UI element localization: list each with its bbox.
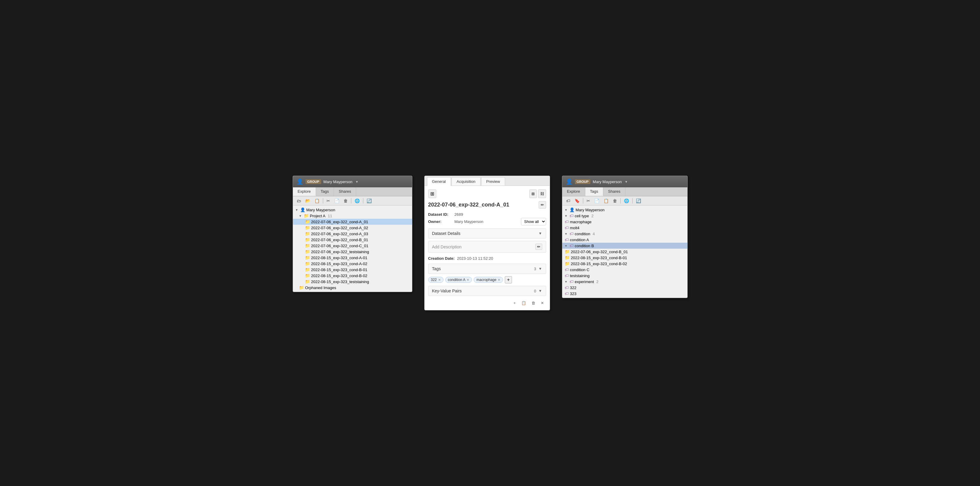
tree-dataset-10[interactable]: 📁 2022-08-15_exp-323_teststaining bbox=[293, 279, 412, 285]
tag-chip-1[interactable]: condition A ✕ bbox=[445, 277, 472, 283]
tree-dataset-3[interactable]: 📁 2022-07-06_exp-322_cond-B_01 bbox=[293, 237, 412, 243]
right-cut-btn[interactable]: ✂ bbox=[585, 198, 592, 204]
right-tag-condition-c[interactable]: 🏷 condition C bbox=[562, 267, 687, 272]
dataset-icon-btn[interactable]: ⊞ bbox=[428, 190, 436, 198]
tree-dataset-8[interactable]: 📁 2022-08-15_exp-323_cond-B-01 bbox=[293, 267, 412, 272]
right-ds-cond-b-1[interactable]: 📁 2022-07-06_exp-322_cond-B_01 bbox=[562, 249, 687, 255]
kv-copy-btn[interactable]: 📋 bbox=[519, 300, 528, 306]
right-ds-cond-b-2[interactable]: 📁 2022-08-15_exp-323_cond-B-01 bbox=[562, 255, 687, 261]
copy-btn[interactable]: 📄 bbox=[333, 198, 341, 204]
link-btn[interactable]: 🌐 bbox=[353, 198, 361, 204]
tab-tags-left[interactable]: Tags bbox=[316, 187, 334, 196]
right-paste-btn[interactable]: 📋 bbox=[602, 198, 610, 204]
tag-remove-1[interactable]: ✕ bbox=[466, 278, 469, 282]
right-copy-btn[interactable]: 📄 bbox=[593, 198, 601, 204]
right-toggle-experiment[interactable]: ▼ bbox=[565, 280, 568, 284]
right-delete-btn[interactable]: 🗑 bbox=[611, 198, 619, 204]
right-tag-condition-b[interactable]: ▼ 🏷 condition B bbox=[562, 243, 687, 249]
edit-title-btn[interactable]: ✏ bbox=[539, 201, 546, 209]
right-toggle-cell-type[interactable]: ▼ bbox=[565, 214, 568, 218]
right-tree-root[interactable]: ▼ 👤 Mary Mayperson bbox=[562, 207, 687, 213]
tree-dataset-label-9: 2022-08-15_exp-323_cond-B-02 bbox=[311, 274, 368, 278]
refresh-btn[interactable]: 🔄 bbox=[365, 198, 373, 204]
tree-dataset-1[interactable]: 📁 2022-07-06_exp-322_cond-A_02 bbox=[293, 225, 412, 231]
owner-label: Owner: bbox=[428, 219, 452, 224]
show-all-select[interactable]: Show all bbox=[521, 218, 546, 225]
dataset-id-value: 2689 bbox=[455, 212, 463, 217]
tag-chip-2[interactable]: macrophage ✕ bbox=[474, 277, 503, 283]
right-link-btn[interactable]: 🌐 bbox=[622, 198, 630, 204]
tab-general[interactable]: General bbox=[427, 177, 451, 186]
tag-remove-0[interactable]: ✕ bbox=[438, 278, 441, 282]
tags-section-right: 3 ▼ bbox=[534, 267, 542, 271]
orphaned-folder-icon: 📁 bbox=[299, 285, 304, 290]
tree-dataset-0[interactable]: 📁 2022-07-06_exp-322_cond-A_01 bbox=[293, 219, 412, 225]
tree-project[interactable]: ▼ 📁 Project A 11 bbox=[293, 213, 412, 219]
right-tag-323[interactable]: 🏷 323 bbox=[562, 291, 687, 296]
tree-dataset-4[interactable]: 📁 2022-07-06_exp-322_cond-C_01 bbox=[293, 243, 412, 249]
tab-preview[interactable]: Preview bbox=[481, 177, 505, 186]
tree-dataset-9[interactable]: 📁 2022-08-15_exp-323_cond-B-02 bbox=[293, 272, 412, 279]
tree-orphaned[interactable]: 📁 Orphaned Images bbox=[293, 285, 412, 291]
kv-delete-btn[interactable]: 🗑 bbox=[529, 300, 538, 306]
right-tag-322[interactable]: 🏷 322 bbox=[562, 285, 687, 291]
tree-root-user[interactable]: ▼ 👤 Mary Mayperson bbox=[293, 207, 412, 213]
right-condition-count: 4 bbox=[593, 232, 595, 236]
right-experiment-count: 2 bbox=[597, 279, 598, 284]
right-tree-toggle-root[interactable]: ▼ bbox=[565, 208, 568, 212]
tree-dataset-7[interactable]: 📁 2022-08-15_exp-323_cond-A-02 bbox=[293, 261, 412, 267]
right-category-condition[interactable]: ▼ 🏷 condition 4 bbox=[562, 231, 687, 237]
tree-toggle-root[interactable]: ▼ bbox=[295, 208, 299, 212]
cut-btn[interactable]: ✂ bbox=[325, 198, 332, 204]
tab-shares-right[interactable]: Shares bbox=[603, 187, 625, 196]
kv-section[interactable]: Key-Value Pairs 0 ▼ bbox=[428, 286, 546, 296]
dataset-folder-icon-2: 📁 bbox=[305, 231, 310, 236]
right-toggle-condition-b[interactable]: ▼ bbox=[565, 244, 568, 247]
tag-remove-2[interactable]: ✕ bbox=[498, 278, 500, 282]
right-ds-cond-b-3[interactable]: 📁 2022-08-15_exp-323_cond-B-02 bbox=[562, 261, 687, 267]
tree-toggle-project[interactable]: ▼ bbox=[299, 214, 302, 218]
right-toggle-condition[interactable]: ▼ bbox=[565, 232, 568, 236]
add-description-section[interactable]: Add Description ✏ bbox=[428, 241, 546, 253]
left-panel: 👤 GROUP Mary Mayperson ▼ Explore Tags Sh… bbox=[293, 176, 412, 292]
grid-view-btn[interactable]: ⊞ bbox=[529, 190, 537, 198]
dataset-details-section[interactable]: Dataset Details ▼ bbox=[428, 228, 546, 239]
tab-shares-left[interactable]: Shares bbox=[334, 187, 356, 196]
right-tag-btn-1[interactable]: 🏷 bbox=[565, 198, 572, 204]
link-view-btn[interactable]: ⛓ bbox=[538, 190, 546, 198]
tab-acquisition[interactable]: Acquisition bbox=[452, 177, 480, 186]
edit-description-btn[interactable]: ✏ bbox=[535, 244, 542, 250]
creation-date-value: 2023-10-13 11:52:20 bbox=[457, 256, 493, 261]
tab-explore-right[interactable]: Explore bbox=[562, 187, 585, 196]
condition-b-tag-icon: 🏷 bbox=[570, 243, 574, 248]
tab-tags-right[interactable]: Tags bbox=[585, 187, 603, 196]
right-tag-molt4[interactable]: 🏷 molt4 bbox=[562, 225, 687, 231]
dataset-title-row: 2022-07-06_exp-322_cond-A_01 ✏ bbox=[428, 201, 546, 209]
tab-explore-left[interactable]: Explore bbox=[293, 187, 316, 196]
kv-add-btn[interactable]: + bbox=[511, 300, 518, 306]
add-tag-btn[interactable]: + bbox=[505, 276, 512, 284]
right-category-cell-type[interactable]: ▼ 🏷 cell type 2 bbox=[562, 213, 687, 219]
cond-b-folder-icon-1: 📁 bbox=[565, 249, 570, 254]
tag-chip-0[interactable]: 322 ✕ bbox=[428, 277, 444, 283]
right-tag-teststaining[interactable]: 🏷 teststaining bbox=[562, 272, 687, 279]
molt4-tag-icon: 🏷 bbox=[565, 225, 569, 230]
tree-dataset-5[interactable]: 📁 2022-07-06_exp-322_teststaining bbox=[293, 249, 412, 255]
right-header-dropdown[interactable]: ▼ bbox=[625, 180, 628, 183]
tags-section[interactable]: Tags 3 ▼ bbox=[428, 264, 546, 274]
right-toolbar: 🏷 🔖 ✂ 📄 📋 🗑 🌐 🔄 bbox=[562, 196, 687, 206]
open-folder-btn[interactable]: 📂 bbox=[304, 198, 312, 204]
right-tag-condition-a[interactable]: 🏷 condition A bbox=[562, 237, 687, 243]
tree-dataset-6[interactable]: 📁 2022-08-15_exp-323_cond-A-01 bbox=[293, 255, 412, 261]
header-dropdown-arrow[interactable]: ▼ bbox=[355, 180, 358, 183]
right-tag-btn-2[interactable]: 🔖 bbox=[573, 198, 581, 204]
clipboard-btn[interactable]: 📋 bbox=[313, 198, 321, 204]
new-folder-btn[interactable]: 🗁 bbox=[295, 198, 302, 204]
right-tag-macrophage[interactable]: 🏷 macrophage bbox=[562, 219, 687, 225]
right-refresh-btn[interactable]: 🔄 bbox=[635, 198, 643, 204]
delete-btn[interactable]: 🗑 bbox=[342, 198, 349, 204]
tree-dataset-2[interactable]: 📁 2022-07-06_exp-322_cond-A_03 bbox=[293, 231, 412, 237]
kv-close-btn[interactable]: ✕ bbox=[539, 300, 546, 306]
creation-date-label: Creation Date: bbox=[428, 256, 455, 261]
right-category-experiment[interactable]: ▼ 🏷 experiment 2 bbox=[562, 279, 687, 285]
